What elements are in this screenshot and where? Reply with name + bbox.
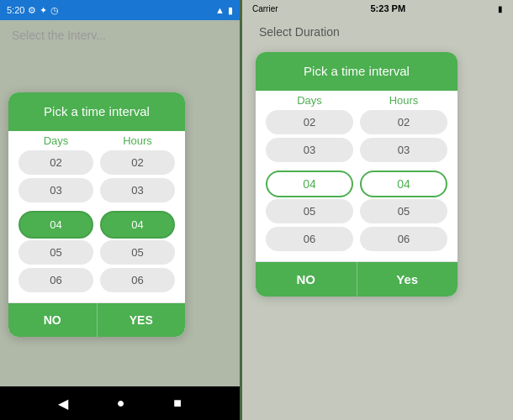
- ios-dialog-buttons: No Yes: [256, 261, 457, 297]
- android-yes-button[interactable]: YES: [98, 303, 186, 337]
- ios-panel: Carrier 5:23 PM ▮ Select Duration Pick a…: [240, 0, 513, 420]
- ios-hours-column-bottom: 05 06: [360, 199, 447, 251]
- android-picker-area-bottom: 05 06 05 06: [8, 240, 185, 299]
- ios-col-labels: Days Hours: [256, 91, 457, 110]
- ios-time-dialog: Pick a time interval Days Hours 02 03 02…: [256, 52, 457, 297]
- ios-day-05[interactable]: 05: [266, 199, 353, 223]
- android-home-icon[interactable]: ●: [117, 396, 125, 411]
- ios-picker-area-bottom: 05 06 05 06: [256, 199, 457, 258]
- android-status-left: 5:20 ⚙ ✦ ◷: [7, 5, 59, 16]
- ios-time: 5:23 PM: [370, 3, 405, 13]
- android-settings-icon: ⚙: [28, 5, 36, 16]
- ios-hours-label: Hours: [360, 91, 447, 110]
- ios-day-02[interactable]: 02: [266, 110, 353, 134]
- android-screen-title: Select the Interv...: [8, 29, 106, 42]
- android-bluetooth-icon: ✦: [40, 5, 47, 16]
- android-dialog-title: Pick a time interval: [44, 104, 150, 118]
- android-day-04-selected[interactable]: 04: [19, 211, 93, 239]
- ios-hour-06[interactable]: 06: [360, 227, 447, 251]
- ios-selected-row: 04 04: [256, 171, 457, 197]
- ios-screen: Select Duration Pick a time interval Day…: [242, 17, 513, 420]
- android-col-labels: Days Hours: [8, 131, 185, 150]
- android-time-dialog: Pick a time interval Days Hours 02 03 02…: [8, 92, 185, 337]
- android-picker-area: 02 03 02 03: [8, 150, 185, 209]
- ios-day-06[interactable]: 06: [266, 227, 353, 251]
- ios-no-button[interactable]: No: [256, 262, 357, 297]
- android-screen: Select the Interv... Pick a time interva…: [0, 20, 240, 386]
- android-nav-bar: ◀ ● ■: [0, 386, 240, 420]
- android-day-06[interactable]: 06: [19, 268, 93, 292]
- android-hours-label: Hours: [100, 131, 175, 150]
- ios-battery-icon: ▮: [498, 4, 503, 13]
- android-status-bar: 5:20 ⚙ ✦ ◷ ▲ ▮: [0, 0, 240, 20]
- android-selected-row: 04 04: [8, 211, 185, 239]
- android-days-column: 02 03: [19, 150, 93, 202]
- ios-days-column: 02 03: [266, 110, 353, 162]
- ios-dialog-title: Pick a time interval: [304, 64, 410, 78]
- android-day-05[interactable]: 05: [19, 240, 93, 265]
- android-day-03[interactable]: 03: [19, 178, 93, 202]
- android-hours-column-bottom: 05 06: [100, 240, 175, 292]
- ios-picker-area: 02 03 02 03: [256, 110, 457, 169]
- android-day-02[interactable]: 02: [19, 150, 93, 175]
- ios-day-03[interactable]: 03: [266, 138, 353, 162]
- android-battery-icon: ▮: [228, 5, 233, 16]
- ios-hours-column: 02 03: [360, 110, 447, 162]
- android-hour-03[interactable]: 03: [100, 178, 175, 202]
- ios-yes-button[interactable]: Yes: [357, 262, 458, 297]
- android-dialog-buttons: NO YES: [8, 302, 185, 337]
- android-days-column-bottom: 05 06: [19, 240, 93, 292]
- android-recent-icon[interactable]: ■: [173, 396, 182, 411]
- android-days-label: Days: [19, 131, 93, 150]
- ios-hour-02[interactable]: 02: [360, 110, 447, 134]
- android-time: 5:20: [7, 5, 24, 15]
- android-dialog-header: Pick a time interval: [8, 92, 185, 131]
- ios-screen-title: Select Duration: [256, 25, 340, 39]
- android-panel: 5:20 ⚙ ✦ ◷ ▲ ▮ Select the Interv... Pick…: [0, 0, 240, 420]
- ios-dialog-header: Pick a time interval: [256, 52, 457, 91]
- ios-hour-05[interactable]: 05: [360, 199, 447, 223]
- android-hour-02[interactable]: 02: [100, 150, 175, 175]
- android-back-icon[interactable]: ◀: [58, 396, 68, 412]
- android-hour-04-selected[interactable]: 04: [100, 211, 175, 239]
- ios-carrier: Carrier: [252, 4, 278, 13]
- ios-hour-03[interactable]: 03: [360, 138, 447, 162]
- ios-hour-04-selected[interactable]: 04: [360, 171, 447, 197]
- android-hours-column: 02 03: [100, 150, 175, 202]
- android-hour-06[interactable]: 06: [100, 268, 175, 292]
- ios-days-label: Days: [266, 91, 353, 110]
- android-wifi-icon: ▲: [215, 5, 225, 15]
- android-hour-05[interactable]: 05: [100, 240, 175, 265]
- ios-days-column-bottom: 05 06: [266, 199, 353, 251]
- android-alarm-icon: ◷: [50, 5, 59, 16]
- android-no-button[interactable]: NO: [8, 303, 98, 337]
- android-status-right: ▲ ▮: [215, 5, 233, 16]
- ios-status-bar: Carrier 5:23 PM ▮: [242, 0, 513, 17]
- ios-day-04-selected[interactable]: 04: [266, 171, 353, 197]
